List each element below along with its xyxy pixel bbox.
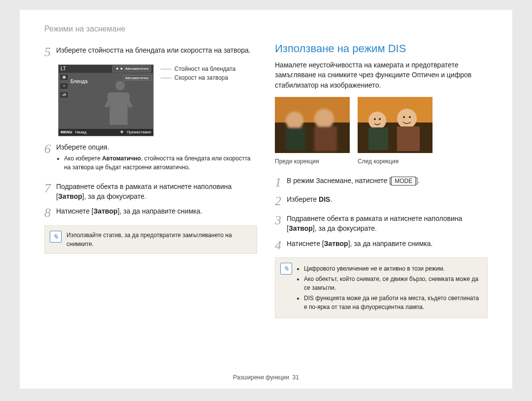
manual-page: Режими на заснемане 5 Изберете стойностт… xyxy=(20,10,512,389)
step-text: Натиснете [Затвор], за да направите сним… xyxy=(287,239,432,253)
photo-captions: Преди корекция След корекция xyxy=(275,156,488,173)
step-3: 3 Подравнете обекта в рамката и натиснет… xyxy=(275,214,488,234)
note-item: DIS функцията може да не работи на места… xyxy=(304,294,481,311)
move-label: Преместване xyxy=(127,130,151,134)
note-list: Цифровото увеличение не е активно в този… xyxy=(297,264,481,311)
grid-icon: ▦ xyxy=(60,74,68,81)
step-number: 7 xyxy=(44,182,56,202)
step-5: 5 Изберете стойността на блендата или ск… xyxy=(44,45,257,60)
step-8: 8 Натиснете [Затвор], за да направите сн… xyxy=(44,206,257,220)
menu-label: MENU xyxy=(61,130,72,134)
step-1: 1 В режим Заснемане, натиснете [MODE]. xyxy=(275,176,488,190)
step-6-bullets: Ако изберете Автоматично, стойността на … xyxy=(56,154,257,172)
back-label: Назад xyxy=(75,130,87,134)
tip-note: ✎ Цифровото увеличение не е активно в то… xyxy=(275,257,488,318)
step-text: Изберете DIS. xyxy=(287,194,332,209)
pill-arrows: ◄ ► xyxy=(115,66,124,71)
camera-lcd-figure: LT ◄ ► Автоматично Im Автоматично ▦ + of… xyxy=(58,64,257,136)
photo-before xyxy=(275,97,350,153)
step-text: В режим Заснемане, натиснете [MODE]. xyxy=(287,176,420,190)
left-column: 5 Изберете стойността на блендата или ск… xyxy=(44,42,257,318)
tip-note: ✎ Използвайте статив, за да предотвратит… xyxy=(44,225,257,254)
bullet-text: Ако изберете Автоматично, стойността на … xyxy=(64,155,250,171)
note-icon: ✎ xyxy=(280,263,292,275)
lcd-aperture-pill: ◄ ► Автоматично xyxy=(112,65,151,72)
step-4: 4 Натиснете [Затвор], за да направите сн… xyxy=(275,239,488,253)
svg-point-15 xyxy=(409,116,411,118)
dis-mode-title: Използване на режим DIS xyxy=(275,42,488,55)
callout-shutter: Скорост на затвора xyxy=(161,73,235,82)
section-header: Режими на заснемане xyxy=(44,25,488,33)
step-text: Изберете стойността на блендата или скор… xyxy=(56,45,251,60)
step-2: 2 Изберете DIS. xyxy=(275,194,488,209)
pill-text: Автоматично xyxy=(125,66,149,71)
plus-icon: + xyxy=(60,83,68,90)
step-number: 8 xyxy=(44,206,56,220)
callout-aperture: Стойност на блендата xyxy=(161,64,235,73)
two-column-layout: 5 Изберете стойността на блендата или ск… xyxy=(44,42,488,318)
before-after-photos xyxy=(275,97,488,153)
lcd-callouts: Стойност на блендата Скорост на затвора xyxy=(161,64,235,82)
person-silhouette-icon xyxy=(103,79,137,126)
camera-lcd: LT ◄ ► Автоматично Im Автоматично ▦ + of… xyxy=(58,64,154,136)
step1-prefix: В режим Заснемане, натиснете [ xyxy=(287,177,391,185)
svg-point-3 xyxy=(314,109,334,128)
page-footer: Разширени функции 31 xyxy=(20,374,512,381)
step-text: Подравнете обекта в рамката и натиснете … xyxy=(56,182,257,202)
caption-after: След корекция xyxy=(358,158,432,165)
svg-point-14 xyxy=(403,116,405,118)
bullet-item: Ако изберете Автоматично, стойността на … xyxy=(64,154,257,172)
move-icon: ✥ xyxy=(120,130,124,134)
off-icon: off xyxy=(60,92,68,98)
svg-rect-5 xyxy=(314,126,337,151)
step-number: 1 xyxy=(275,176,287,190)
step-number: 4 xyxy=(275,239,287,253)
svg-rect-11 xyxy=(397,126,420,151)
svg-point-12 xyxy=(374,118,376,120)
step-text: Натиснете [Затвор], за да направите сним… xyxy=(56,206,202,220)
step-number: 5 xyxy=(44,45,56,60)
photo-before-svg xyxy=(275,97,350,153)
photo-after-svg xyxy=(358,97,432,153)
lcd-side-icons: ▦ + off xyxy=(60,74,68,98)
step-number: 6 xyxy=(44,142,56,177)
footer-section-label: Разширени функции xyxy=(233,374,289,381)
step-6-label: Изберете опция. xyxy=(56,143,109,151)
step-text: Изберете опция. Ако изберете Автоматично… xyxy=(56,142,257,177)
note-item: Ако обектът, който снимате, се движи бър… xyxy=(304,275,481,292)
step1-suffix: ]. xyxy=(416,177,420,185)
page-number: 31 xyxy=(293,374,299,381)
lcd-top-bar: LT ◄ ► Автоматично xyxy=(59,65,153,73)
step-7: 7 Подравнете обекта в рамката и натиснет… xyxy=(44,182,257,202)
note-text: Използвайте статив, за да предотвратите … xyxy=(66,232,232,247)
dis-mode-lead: Намалете неустойчивостта на камерата и п… xyxy=(275,60,488,90)
svg-point-9 xyxy=(397,109,417,128)
svg-point-13 xyxy=(379,118,381,120)
lcd-lt-badge: LT xyxy=(61,66,66,71)
photo-after xyxy=(358,97,432,153)
note-icon: ✎ xyxy=(50,231,62,243)
lcd-aperture-label: Бленда xyxy=(70,79,88,84)
svg-rect-10 xyxy=(368,127,388,150)
svg-point-2 xyxy=(286,112,303,129)
note-item: Цифровото увеличение не е активно в този… xyxy=(304,264,481,273)
step-number: 2 xyxy=(275,194,287,209)
step-6: 6 Изберете опция. Ако изберете Автоматич… xyxy=(44,142,257,177)
right-column: Използване на режим DIS Намалете неустой… xyxy=(275,42,488,318)
svg-rect-4 xyxy=(286,127,305,150)
step-number: 3 xyxy=(275,214,287,234)
svg-point-8 xyxy=(368,112,386,129)
caption-before: Преди корекция xyxy=(275,158,350,165)
lcd-bottom-bar: MENU Назад ✥ Преместване xyxy=(59,129,153,136)
step-text: Подравнете обекта в рамката и натиснете … xyxy=(287,214,488,234)
mode-button-label: MODE xyxy=(391,177,416,185)
